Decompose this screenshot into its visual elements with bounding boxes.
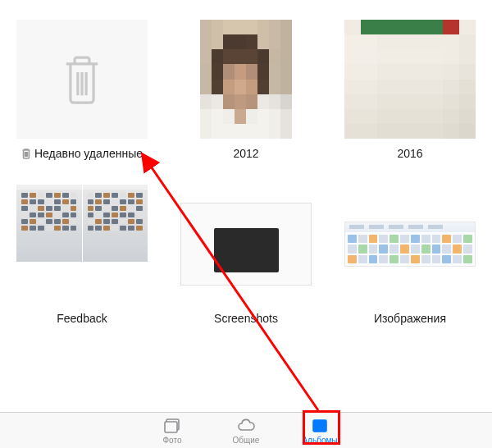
album-label-row: 2012 — [233, 147, 258, 160]
album-label-row: Feedback — [57, 312, 107, 325]
pixelated-photo — [200, 20, 292, 139]
album-screenshots[interactable]: Screenshots — [172, 185, 320, 325]
svg-rect-2 — [313, 420, 326, 432]
tab-photos[interactable]: Фото — [135, 413, 209, 448]
tab-label: Альбомы — [302, 436, 337, 445]
album-label-row: Screenshots — [214, 312, 278, 325]
album-2016[interactable]: 2016 — [336, 20, 484, 160]
albums-icon — [310, 417, 330, 435]
album-2012[interactable]: 2012 — [172, 20, 320, 160]
album-thumb — [344, 185, 476, 304]
album-label: Недавно удаленные — [34, 147, 143, 160]
screenshot-window — [180, 203, 312, 286]
album-label-row: Недавно удаленные — [21, 147, 143, 160]
album-label-row: Изображения — [374, 312, 446, 325]
album-label: Feedback — [57, 312, 107, 325]
album-thumb — [344, 20, 476, 139]
album-thumb — [16, 185, 148, 304]
album-feedback[interactable]: Feedback — [8, 185, 156, 325]
pixelated-photo — [344, 20, 476, 139]
album-thumb — [16, 20, 148, 139]
tab-shared[interactable]: Общие — [209, 413, 283, 448]
svg-rect-1 — [165, 422, 177, 432]
bottom-tabbar: Фото Общие Альбомы — [0, 412, 492, 448]
tab-label: Фото — [163, 436, 182, 445]
albums-grid: Недавно удаленные 2012 — [0, 0, 492, 325]
trash-small-icon — [21, 148, 31, 159]
trash-icon — [61, 53, 103, 106]
album-label: 2016 — [397, 147, 422, 160]
album-label-row: 2016 — [397, 147, 422, 160]
album-thumb — [180, 185, 312, 304]
cloud-icon — [236, 417, 256, 435]
ribbon-ui — [344, 222, 476, 267]
album-recently-deleted[interactable]: Недавно удаленные — [8, 20, 156, 160]
album-images[interactable]: Изображения — [336, 185, 484, 325]
photos-stack-icon — [162, 417, 182, 435]
album-label: 2012 — [233, 147, 258, 160]
album-label: Изображения — [374, 312, 446, 325]
album-label: Screenshots — [214, 312, 278, 325]
desktop-screenshot — [16, 185, 148, 262]
tab-label: Общие — [233, 436, 260, 445]
tab-albums[interactable]: Альбомы — [283, 413, 357, 448]
album-thumb — [180, 20, 312, 139]
